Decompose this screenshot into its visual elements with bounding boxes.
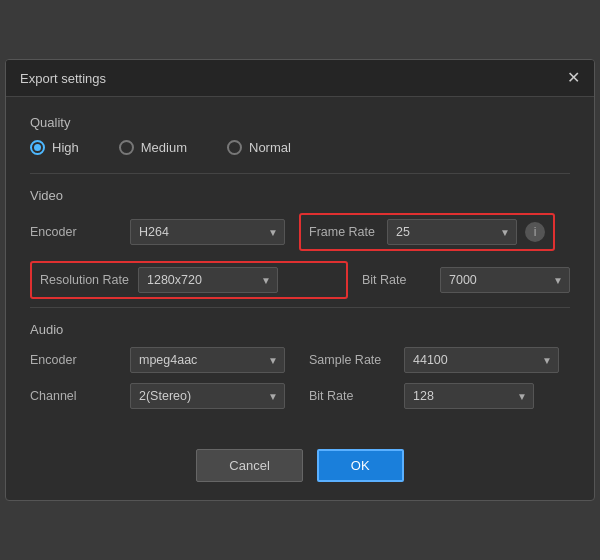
quality-divider xyxy=(30,173,570,174)
encoder-label: Encoder xyxy=(30,225,120,239)
close-button[interactable]: ✕ xyxy=(567,70,580,86)
encoder-part: Encoder H264 H265 VP9 ▼ xyxy=(30,219,285,245)
resolution-highlighted-box: Resolution Rate 640x480 1280x720 1920x10… xyxy=(30,261,348,299)
quality-normal-option[interactable]: Normal xyxy=(227,140,291,155)
dialog-content: Quality High Medium Normal Video xyxy=(6,97,594,435)
video-label: Video xyxy=(30,188,570,203)
resolution-label: Resolution Rate xyxy=(40,273,130,287)
video-bitrate-part: Bit Rate 1000 3000 5000 7000 10000 ▼ xyxy=(362,261,570,299)
audio-encoder-select[interactable]: mpeg4aac aac mp3 xyxy=(130,347,285,373)
audio-channel-select[interactable]: 1(Mono) 2(Stereo) xyxy=(130,383,285,409)
video-row1: Encoder H264 H265 VP9 ▼ Frame Rate xyxy=(30,213,570,251)
quality-high-option[interactable]: High xyxy=(30,140,79,155)
audio-encoder-label: Encoder xyxy=(30,353,120,367)
channel-label: Channel xyxy=(30,389,120,403)
quality-high-label: High xyxy=(52,140,79,155)
ok-button[interactable]: OK xyxy=(317,449,404,482)
video-divider xyxy=(30,307,570,308)
bottom-buttons: Cancel OK xyxy=(6,435,594,500)
quality-medium-label: Medium xyxy=(141,140,187,155)
framerate-select-wrap: 15 24 25 30 60 ▼ xyxy=(387,219,517,245)
title-bar: Export settings ✕ xyxy=(6,60,594,97)
quality-medium-option[interactable]: Medium xyxy=(119,140,187,155)
video-bitrate-select-wrap: 1000 3000 5000 7000 10000 ▼ xyxy=(440,267,570,293)
dialog-title: Export settings xyxy=(20,71,106,86)
video-bitrate-label: Bit Rate xyxy=(362,273,432,287)
encoder-select-wrap: H264 H265 VP9 ▼ xyxy=(130,219,285,245)
audio-label: Audio xyxy=(30,322,570,337)
framerate-label: Frame Rate xyxy=(309,225,379,239)
video-encoder-select[interactable]: H264 H265 VP9 xyxy=(130,219,285,245)
audio-bitrate-select-wrap: 64 128 192 256 320 ▼ xyxy=(404,383,534,409)
audio-row2: Channel 1(Mono) 2(Stereo) ▼ Bit Rate 64 … xyxy=(30,383,570,409)
quality-label: Quality xyxy=(30,115,570,130)
video-resolution-select[interactable]: 640x480 1280x720 1920x1080 3840x2160 xyxy=(138,267,278,293)
framerate-highlighted-box: Frame Rate 15 24 25 30 60 ▼ i xyxy=(299,213,555,251)
samplerate-select-wrap: 22050 44100 48000 ▼ xyxy=(404,347,559,373)
audio-section: Audio Encoder mpeg4aac aac mp3 ▼ Sample … xyxy=(30,322,570,409)
audio-samplerate-select[interactable]: 22050 44100 48000 xyxy=(404,347,559,373)
export-settings-dialog: Export settings ✕ Quality High Medium No… xyxy=(5,59,595,501)
video-framerate-select[interactable]: 15 24 25 30 60 xyxy=(387,219,517,245)
video-section: Video Encoder H264 H265 VP9 ▼ xyxy=(30,188,570,299)
quality-high-radio[interactable] xyxy=(30,140,45,155)
resolution-row: Resolution Rate 640x480 1280x720 1920x10… xyxy=(30,261,570,299)
video-bitrate-select[interactable]: 1000 3000 5000 7000 10000 xyxy=(440,267,570,293)
audio-bitrate-select[interactable]: 64 128 192 256 320 xyxy=(404,383,534,409)
samplerate-label: Sample Rate xyxy=(309,353,394,367)
audio-bitrate-label: Bit Rate xyxy=(309,389,394,403)
info-icon[interactable]: i xyxy=(525,222,545,242)
quality-normal-label: Normal xyxy=(249,140,291,155)
quality-row: High Medium Normal xyxy=(30,140,570,155)
channel-select-wrap: 1(Mono) 2(Stereo) ▼ xyxy=(130,383,285,409)
cancel-button[interactable]: Cancel xyxy=(196,449,302,482)
quality-medium-radio[interactable] xyxy=(119,140,134,155)
quality-normal-radio[interactable] xyxy=(227,140,242,155)
audio-encoder-select-wrap: mpeg4aac aac mp3 ▼ xyxy=(130,347,285,373)
resolution-select-wrap: 640x480 1280x720 1920x1080 3840x2160 ▼ xyxy=(138,267,278,293)
audio-row1: Encoder mpeg4aac aac mp3 ▼ Sample Rate 2… xyxy=(30,347,570,373)
